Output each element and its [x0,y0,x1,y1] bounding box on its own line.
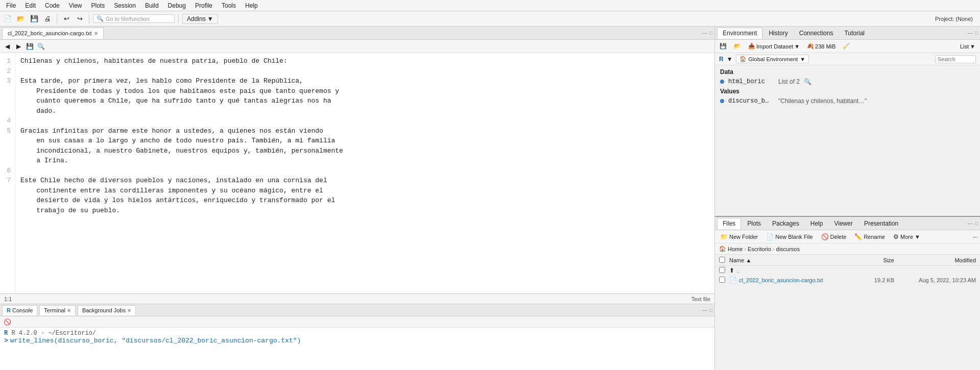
files-header-checkbox[interactable] [719,257,729,264]
clear-env-icon[interactable]: 🧹 [840,41,852,52]
console-version-text: R R 4.2.0 · ~/Escritorio/ [4,330,710,337]
file-row-txt[interactable]: 📄 cl_2022_boric_asuncion-cargo.txt 19.2 … [715,276,980,285]
console-command[interactable]: write_lines(discurso_boric, "discursos/c… [10,337,301,344]
maximize-icon[interactable]: □ [709,30,712,36]
load-env-icon[interactable]: 📂 [731,41,744,52]
file-check-txt[interactable] [719,277,729,284]
right-bottom-minimize-icon[interactable]: — [968,220,973,226]
tab-plots[interactable]: Plots [742,218,766,229]
code-text[interactable]: Chilenas y chilenos, habitantes de nuest… [15,53,714,293]
menu-profile[interactable]: Profile [191,1,217,10]
right-top-minimize-icon[interactable]: — [968,30,973,36]
right-bottom-panel: Files Plots Packages Help Viewer Present… [715,217,980,370]
new-blank-file-label: New Blank File [775,234,812,240]
rename-icon: ✏️ [854,233,862,240]
goto-file-input[interactable]: 🔍 Go to file/function [93,14,175,23]
menu-build[interactable]: Build [141,1,163,10]
minimize-icon[interactable]: — [702,30,707,36]
prompt-sign: > [4,337,8,344]
files-header-name[interactable]: Name ▲ [729,257,853,263]
console-tab-terminal[interactable]: Terminal ✕ [39,305,76,315]
import-dataset-button[interactable]: 📥 Import Dataset ▼ [746,41,802,52]
editor-tab-close[interactable]: ✕ [94,31,98,36]
tab-viewer[interactable]: Viewer [829,218,857,229]
new-blank-file-button[interactable]: 📄 New Blank File [763,232,816,242]
save-env-icon[interactable]: 💾 [717,41,729,52]
files-header-modified[interactable]: Modified [894,257,976,263]
menu-session[interactable]: Session [110,1,140,10]
more-button[interactable]: ⚙ More ▼ [890,232,923,242]
console-content[interactable]: R R 4.2.0 · ~/Escritorio/ > write_lines(… [0,328,714,370]
console-clear-icon[interactable]: 🚫 [2,317,12,327]
addins-button[interactable]: Addins ▼ [182,14,218,24]
save-icon[interactable]: 💾 [29,13,40,24]
editor-save-icon[interactable]: 💾 [25,41,35,52]
home-icon: 🏠 [739,56,747,62]
right-bottom-tabs: Files Plots Packages Help Viewer Present… [715,217,980,230]
txt-file-name[interactable]: cl_2022_boric_asuncion-cargo.txt [739,277,853,283]
menu-file[interactable]: File [2,1,20,10]
console-maximize-icon[interactable]: □ [709,307,712,313]
menu-plots[interactable]: Plots [87,1,109,10]
env-search-icon-html-boric[interactable]: 🔍 [804,78,811,85]
select-all-checkbox[interactable] [719,257,725,263]
breadcrumb-discursos[interactable]: discursos [776,246,800,252]
txt-file-size: 19.2 KB [853,277,894,283]
editor-content: 1 2 3 4 5 6 7 C [0,53,714,293]
tab-environment[interactable]: Environment [717,28,762,39]
file-check-parent[interactable] [719,267,729,274]
tab-presentation[interactable]: Presentation [859,218,903,229]
console-tab-background-jobs[interactable]: Background Jobs ✕ [78,305,136,315]
new-file-icon[interactable]: 📄 [2,13,13,24]
separator-3 [178,14,179,24]
env-name-html-boric: html_boric [728,78,774,85]
tutorial-tab-label: Tutorial [844,30,865,37]
right-top-maximize-icon[interactable]: □ [975,30,978,36]
menu-debug[interactable]: Debug [164,1,190,10]
tab-help[interactable]: Help [805,218,828,229]
breadcrumb-escritorio[interactable]: Escritorio [748,246,771,252]
undo-icon[interactable]: ↩ [61,13,72,24]
list-view-button[interactable]: List ▼ [958,41,978,52]
new-folder-button[interactable]: 📁 New Folder [717,232,761,242]
tab-history[interactable]: History [763,28,793,39]
menu-code[interactable]: Code [41,1,64,10]
tab-packages[interactable]: Packages [767,218,804,229]
print-icon[interactable]: 🖨 [42,13,53,24]
tab-connections[interactable]: Connections [794,28,839,39]
editor-find-icon[interactable]: 🔍 [36,41,46,52]
memory-icon: 🍂 [807,43,814,50]
list-chevron-icon: ▼ [970,43,975,50]
more-label: More [900,234,913,240]
editor-forward-icon[interactable]: ▶ [13,41,23,52]
breadcrumb-home[interactable]: Home [728,246,743,252]
redo-icon[interactable]: ↪ [74,13,85,24]
terminal-tab-close[interactable]: ✕ [67,308,71,313]
global-env-selector[interactable]: 🏠 Global Environment ▼ [736,55,809,63]
console-tab-console[interactable]: R Console [2,305,37,315]
menu-help[interactable]: Help [241,1,262,10]
tab-tutorial[interactable]: Tutorial [839,28,870,39]
rename-button[interactable]: ✏️ Rename [851,232,888,242]
editor-back-icon[interactable]: ◀ [2,41,12,52]
env-row-html-boric: html_boric List of 2 🔍 [720,78,975,86]
console-toolbar: 🚫 [0,316,714,328]
delete-label: Delete [830,234,847,240]
parent-dir-label[interactable]: .. [736,267,853,274]
r-icon: R [7,307,11,313]
right-bottom-maximize-icon[interactable]: □ [975,220,978,226]
background-jobs-tab-close[interactable]: ✕ [127,308,131,313]
menu-tools[interactable]: Tools [218,1,240,10]
tab-files[interactable]: Files [717,218,741,229]
menu-edit[interactable]: Edit [21,1,40,10]
menu-view[interactable]: View [65,1,86,10]
open-file-icon[interactable]: 📂 [15,13,27,24]
bc-sep-1: › [744,246,746,252]
delete-button[interactable]: 🚫 Delete [818,232,850,242]
import-chevron-icon: ▼ [794,43,800,50]
editor-tab-active[interactable]: cl_2022_boric_asuncion-cargo.txt ✕ [2,28,104,39]
file-row-parent[interactable]: ⬆ .. [715,266,980,276]
env-search-input[interactable] [935,55,976,63]
files-header-size[interactable]: Size [853,257,894,263]
console-minimize-icon[interactable]: — [702,307,707,313]
